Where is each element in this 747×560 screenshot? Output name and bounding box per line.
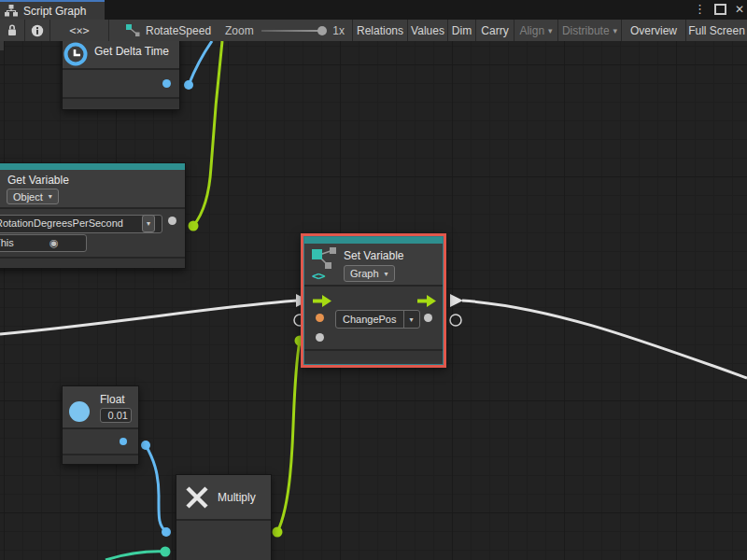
node-header: Time Get Delta Time — [63, 41, 179, 70]
close-icon[interactable]: ✕ — [735, 4, 744, 15]
toolbar-button-align[interactable]: Align ▾ — [514, 20, 557, 41]
zoom-slider-knob[interactable] — [317, 26, 327, 35]
multiply-icon — [184, 484, 210, 511]
code-icon: <> — [312, 269, 325, 283]
float-type-icon — [69, 401, 90, 422]
variable-accent-strip — [304, 237, 443, 244]
output-port-value[interactable] — [168, 217, 176, 225]
tab-title: Script Graph — [23, 5, 86, 18]
window-menu-icon[interactable]: ⋮ — [694, 3, 706, 15]
node-multiply[interactable]: Multiply A A × B B — [176, 474, 272, 560]
zoom-label: Zoom — [225, 24, 254, 37]
flow-output-port[interactable] — [417, 295, 436, 307]
info-icon — [31, 24, 44, 37]
script-graph-icon — [5, 5, 18, 17]
node-header: Get Variable Object ▾ — [0, 170, 185, 209]
node-footer — [63, 454, 138, 464]
node-body — [63, 70, 179, 97]
chevron-down-icon: ▾ — [403, 311, 419, 328]
zoom-value: 1x — [332, 24, 345, 37]
variable-scope-dropdown[interactable]: Object ▾ — [7, 189, 59, 204]
output-port-value[interactable] — [424, 314, 432, 322]
offscreen-node-edge — [0, 41, 4, 50]
variable-name-field[interactable]: RotationDegreesPerSecond — [0, 215, 162, 233]
toolbar-button-values[interactable]: Values — [408, 20, 447, 41]
variable-accent-strip — [0, 163, 185, 170]
graph-canvas[interactable]: Time Get Delta Time Get Variable Object … — [0, 41, 747, 560]
chevron-down-icon: ▾ — [49, 192, 52, 201]
connection-to-multiply-b[interactable] — [106, 552, 165, 560]
graph-node-icon — [126, 24, 140, 36]
connection-delta-time[interactable] — [189, 41, 212, 85]
zoom-slider[interactable] — [261, 30, 326, 32]
toolbar-button-carry[interactable]: Carry — [476, 20, 514, 41]
node-title: Get Variable — [7, 174, 69, 187]
connection-flow-in[interactable] — [0, 301, 297, 334]
connection-endpoint — [161, 547, 171, 557]
node-set-variable[interactable]: <> Set Variable Graph ▾ ChangePos ▾ — [303, 236, 444, 365]
node-get-delta-time[interactable]: Time Get Delta Time — [62, 41, 180, 110]
toolbar-button-relations[interactable]: Relations — [353, 20, 407, 41]
input-port-value[interactable] — [316, 333, 324, 342]
maximize-icon[interactable] — [714, 4, 726, 15]
variable-name-dropdown[interactable]: ChangePos ▾ — [335, 310, 420, 329]
node-category: Time — [94, 41, 115, 43]
connection-endpoint — [141, 441, 150, 450]
toolbar-button-distribute[interactable]: Distribute ▾ — [558, 20, 621, 41]
connection-get-variable[interactable] — [193, 41, 222, 226]
connection-endpoint — [162, 527, 171, 537]
variables-toggle-button[interactable]: <×> — [50, 20, 108, 41]
inspect-button[interactable] — [25, 20, 49, 41]
output-port-value[interactable] — [120, 438, 127, 445]
node-body: RotationDegreesPerSecond ▾ This ◉ — [0, 209, 185, 257]
node-title: Get Delta Time — [94, 45, 169, 58]
variable-name-dropdown[interactable]: ▾ — [142, 215, 155, 232]
connection-multiply-to-set[interactable] — [277, 341, 300, 532]
object-picker-icon[interactable]: ◉ — [49, 236, 59, 250]
window-controls: ⋮ ✕ — [694, 3, 744, 15]
node-title: Multiply — [218, 491, 256, 504]
node-title: Set Variable — [344, 249, 403, 262]
tab-script-graph[interactable]: Script Graph — [0, 0, 105, 20]
toolbar-button-overview[interactable]: Overview — [622, 20, 685, 41]
variable-graph-icon — [310, 247, 340, 270]
node-body: A A × B B — [176, 521, 271, 560]
connection-endpoint — [189, 221, 199, 231]
graph-breadcrumb[interactable]: RotateSpeed — [109, 20, 212, 41]
connection-endpoint — [184, 80, 193, 90]
connection-flow-out[interactable] — [462, 301, 747, 378]
node-footer — [63, 97, 179, 107]
input-port-name[interactable] — [316, 314, 324, 322]
output-port-delta-time[interactable] — [162, 79, 171, 88]
toolbar-button-fullscreen[interactable]: Full Screen — [686, 20, 747, 41]
lock-button[interactable] — [0, 20, 24, 41]
node-set-variable-selection: <> Set Variable Graph ▾ ChangePos ▾ — [301, 233, 446, 368]
graph-toolbar: <×> RotateSpeed Zoom 1x Relations Values… — [0, 20, 747, 42]
node-title: Float — [100, 393, 125, 406]
connection-endpoint — [273, 527, 283, 538]
float-value-field[interactable]: 0.01 — [100, 408, 132, 423]
node-header: Multiply — [176, 475, 271, 521]
tab-bar: Script Graph ⋮ ✕ — [0, 0, 747, 20]
target-object-field[interactable]: This ◉ — [0, 234, 87, 252]
node-footer — [304, 349, 443, 360]
node-float[interactable]: Float 0.01 — [62, 385, 139, 465]
node-body — [63, 429, 138, 454]
chevron-down-icon: ▾ — [385, 270, 388, 278]
connection-float-to-multiply[interactable] — [146, 445, 166, 532]
node-body: ChangePos ▾ — [304, 287, 443, 349]
zoom-control: Zoom 1x — [212, 20, 352, 41]
lock-icon — [7, 24, 18, 36]
node-header: Float 0.01 — [63, 386, 138, 429]
chevron-down-icon: ▾ — [548, 26, 553, 35]
node-header: <> Set Variable Graph ▾ — [304, 244, 443, 287]
node-footer — [0, 257, 185, 267]
variable-scope-dropdown[interactable]: Graph ▾ — [344, 265, 395, 282]
chevron-down-icon: ▾ — [613, 26, 618, 35]
node-get-variable[interactable]: Get Variable Object ▾ RotationDegreesPer… — [0, 162, 186, 269]
port-ring-right[interactable] — [450, 315, 461, 326]
graph-name: RotateSpeed — [146, 24, 211, 37]
flow-input-port[interactable] — [313, 295, 331, 307]
toolbar-button-dim[interactable]: Dim — [448, 20, 475, 41]
clock-icon — [63, 41, 89, 67]
